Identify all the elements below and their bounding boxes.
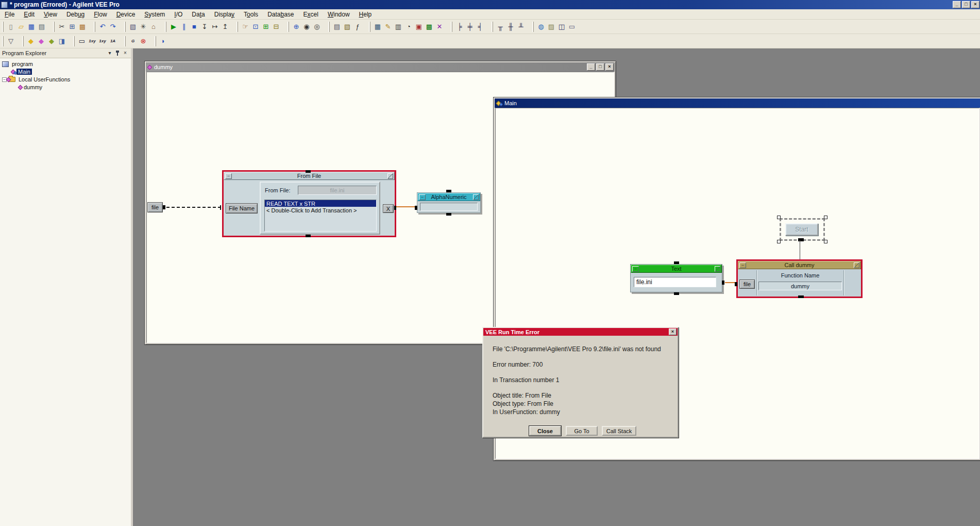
menu-debug[interactable]: Debug [62, 10, 89, 19]
toolbar-grip[interactable] [94, 22, 95, 32]
toolbar-grip[interactable] [73, 36, 75, 46]
toolbar-grip[interactable] [236, 22, 238, 32]
toolbar-grip[interactable] [22, 36, 24, 46]
dummy-maximize-button[interactable]: □ [596, 63, 604, 71]
delete-icon[interactable]: ✕ [434, 22, 445, 32]
find-icon[interactable]: ◉ [301, 22, 312, 32]
transaction-add-row[interactable]: < Double-Click to Add Transaction > [265, 207, 376, 213]
step-into-icon[interactable]: ↧ [199, 22, 210, 32]
align-center-icon[interactable]: ╪ [465, 22, 475, 32]
color-marker-icon[interactable]: ◗ [158, 36, 168, 46]
toolbar-grip[interactable] [288, 22, 289, 32]
resize-icon[interactable] [387, 173, 393, 179]
stop-icon[interactable]: ■ [189, 22, 199, 32]
start-object-selection[interactable]: Start [780, 218, 825, 241]
call-dummy-titlebar[interactable]: – Call dummy [738, 261, 861, 269]
tree-item-local-userfunctions[interactable]: − Local UserFunctions [0, 76, 131, 83]
properties-icon[interactable]: ✎ [383, 22, 393, 32]
menu-display[interactable]: Display [210, 10, 239, 19]
text-object[interactable]: – Text file.ini [630, 264, 722, 292]
toolbar-grip[interactable] [124, 22, 126, 32]
xy-trace-icon[interactable]: 1xy [87, 36, 97, 46]
collapse-icon[interactable]: – [739, 262, 746, 268]
close-button[interactable]: × [971, 1, 979, 8]
share-icon[interactable]: ▨ [546, 22, 556, 32]
image-icon[interactable]: ▦ [373, 22, 383, 32]
toolbar-grip[interactable] [155, 36, 156, 46]
clone-icon[interactable]: ▧ [128, 22, 138, 32]
from-file-titlebar[interactable]: – From File [224, 172, 395, 180]
call-stack-button[interactable]: Call Stack [602, 426, 636, 436]
align-top-icon[interactable]: ╥ [495, 22, 505, 32]
close-button[interactable]: Close [529, 426, 561, 436]
menu-device[interactable]: Device [112, 10, 140, 19]
toolbar-grip[interactable] [328, 22, 330, 32]
run-icon[interactable]: ▶ [168, 22, 179, 32]
junction-icon[interactable]: ◆ [46, 36, 57, 46]
alphanumeric-display-icon[interactable]: 1A [108, 36, 118, 46]
presentation-icon[interactable]: ▭ [567, 22, 577, 32]
open-folder-icon[interactable]: ▱ [16, 22, 26, 32]
find-next-icon[interactable]: ◎ [312, 22, 322, 32]
from-file-filename-button[interactable]: file.ini [298, 186, 377, 195]
web-debug-icon[interactable]: ✳ [138, 22, 148, 32]
menu-help[interactable]: Help [354, 10, 377, 19]
print-icon[interactable]: ▤ [37, 22, 47, 32]
toolbar-grip[interactable] [532, 22, 534, 32]
menu-database[interactable]: Database [263, 10, 298, 19]
file-name-terminal[interactable]: File Name [226, 203, 258, 213]
breakpoint-icon[interactable]: ▣ [414, 22, 424, 32]
restore-button[interactable]: □ [962, 1, 970, 8]
align-bottom-icon[interactable]: ╨ [516, 22, 526, 32]
new-document-icon[interactable]: ▯ [6, 22, 16, 32]
zoom-icon[interactable]: ⊕ [291, 22, 301, 32]
menu-file[interactable]: File [0, 10, 19, 19]
pause-icon[interactable]: ∥ [179, 22, 189, 32]
menu-excel[interactable]: Excel [299, 10, 323, 19]
dummy-window-titlebar[interactable]: dummy _ □ × [146, 62, 615, 72]
goto-button[interactable]: Go To [566, 426, 598, 436]
pin-icon[interactable] [115, 50, 120, 56]
preview-icon[interactable]: ▧ [342, 22, 352, 32]
dummy-minimize-button[interactable]: _ [587, 63, 595, 71]
copy-icon[interactable]: ⊞ [67, 22, 77, 32]
menu-window[interactable]: Window [323, 10, 354, 19]
if-then-icon[interactable]: ◆ [26, 36, 36, 46]
align-left-icon[interactable]: ╞ [454, 22, 465, 32]
error-dialog-titlebar[interactable]: VEE Run Time Error × [483, 328, 678, 336]
start-button[interactable]: Start [785, 223, 818, 236]
paste-icon[interactable]: ▩ [77, 22, 88, 32]
report-icon[interactable]: ▥ [393, 22, 403, 32]
redo-icon[interactable]: ↷ [108, 22, 118, 32]
tree-item-program[interactable]: program [0, 60, 131, 68]
selection-handle[interactable] [824, 240, 827, 243]
alphanumeric-object[interactable]: – AlphaNumeric [417, 192, 481, 213]
call-dummy-object[interactable]: – Call dummy file Function Name dummy [736, 259, 863, 298]
comparator-icon[interactable]: ◆ [36, 36, 46, 46]
add-object-icon[interactable]: ⊞ [261, 22, 271, 32]
call-file-terminal[interactable]: file [739, 280, 755, 289]
step-over-icon[interactable]: ↦ [210, 22, 220, 32]
stop-sign-icon[interactable]: ⊗ [138, 36, 148, 46]
function-icon[interactable]: ƒ [352, 22, 363, 32]
text-titlebar[interactable]: – Text [631, 265, 722, 273]
text-value-field[interactable]: file.ini [634, 277, 716, 287]
toolbar-grip[interactable] [2, 22, 4, 32]
menu-io[interactable]: I/O [170, 10, 187, 19]
swap-object-icon[interactable]: ⊟ [271, 22, 281, 32]
toolbar-grip[interactable] [165, 22, 166, 32]
dummy-close-button[interactable]: × [605, 63, 614, 71]
toolbar-grip[interactable] [124, 36, 126, 46]
menu-data[interactable]: Data [187, 10, 209, 19]
clone-object-icon[interactable]: ⊡ [250, 22, 261, 32]
toolbar-grip[interactable] [2, 36, 4, 46]
toolbar-grip[interactable] [369, 22, 370, 32]
transaction-row[interactable]: READ TEXT x STR [265, 200, 376, 207]
collapse-icon[interactable]: – [632, 266, 639, 272]
home-icon[interactable]: ⌂ [148, 22, 159, 32]
file-input-pin[interactable]: file [147, 202, 163, 212]
collapse-icon[interactable]: – [419, 194, 426, 200]
menu-flow[interactable]: Flow [89, 10, 111, 19]
panel-close-icon[interactable]: × [122, 50, 129, 57]
toolbar-grip[interactable] [53, 22, 55, 32]
